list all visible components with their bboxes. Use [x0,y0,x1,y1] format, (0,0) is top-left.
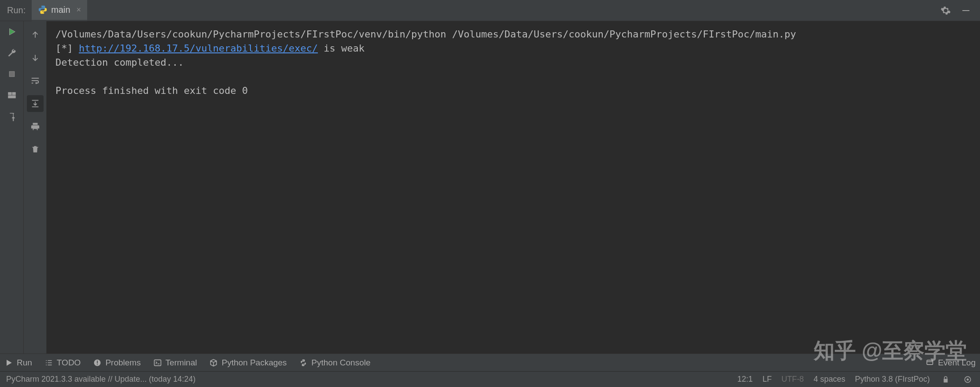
left-action-rail [0,21,24,354]
run-tab-label: main [51,5,70,15]
console-action-rail [24,21,47,354]
svg-rect-9 [927,360,933,365]
trash-icon[interactable] [27,141,44,158]
run-toolwindow-header: Run: main × [0,0,980,21]
run-label: Run: [0,5,32,15]
console-link[interactable]: http://192.168.17.5/vulnerabilities/exec… [79,43,318,54]
svg-point-11 [967,378,969,380]
minimize-icon[interactable] [960,4,972,17]
print-icon[interactable] [27,118,44,135]
tab-event-log-label: Event Log [938,358,976,368]
run-tab-main[interactable]: main × [32,0,87,21]
down-arrow-icon[interactable] [27,49,44,66]
gear-icon[interactable] [939,4,952,17]
status-interpreter[interactable]: Python 3.8 (FIrstPoc) [855,375,930,384]
inspection-profile-icon[interactable] [962,373,974,386]
tab-packages-label: Python Packages [221,358,287,368]
console-line: /Volumes/Data/Users/cookun/PycharmProjec… [55,29,796,40]
svg-rect-0 [962,10,969,11]
run-toolwindow-body: /Volumes/Data/Users/cookun/PycharmProjec… [0,21,980,354]
console-line-prefix: [*] [55,43,79,54]
rerun-icon[interactable] [6,26,18,38]
lock-icon[interactable] [939,373,952,386]
tab-problems[interactable]: Problems [93,358,140,368]
close-icon[interactable]: × [77,5,81,15]
bottom-toolwindow-bar: Run TODO Problems Terminal Python Packag… [0,354,980,371]
stop-icon[interactable] [6,68,18,80]
status-encoding[interactable]: UTF-8 [781,375,804,384]
tab-python-console[interactable]: Python Console [299,358,370,368]
tab-console-label: Python Console [311,358,370,368]
tab-todo[interactable]: TODO [44,358,81,368]
svg-rect-4 [8,96,15,98]
tab-problems-label: Problems [105,358,140,368]
python-file-icon [38,5,48,15]
tab-event-log[interactable]: Event Log [925,358,976,368]
svg-rect-7 [97,364,98,365]
tab-python-packages[interactable]: Python Packages [209,358,287,368]
up-arrow-icon[interactable] [27,26,44,43]
svg-rect-3 [12,93,15,95]
soft-wrap-icon[interactable] [27,72,44,89]
status-bar: PyCharm 2021.3.3 available // Update... … [0,371,980,387]
scroll-to-end-icon[interactable] [27,95,44,112]
console-output[interactable]: /Volumes/Data/Users/cookun/PycharmProjec… [47,21,980,354]
status-line-separator[interactable]: LF [763,375,772,384]
tab-run-label: Run [17,358,32,368]
svg-rect-1 [9,71,15,77]
tab-run[interactable]: Run [4,358,32,368]
status-update-notice[interactable]: PyCharm 2021.3.3 available // Update... … [6,375,195,384]
tab-terminal[interactable]: Terminal [153,358,197,368]
pin-icon[interactable] [6,110,18,123]
svg-rect-6 [97,361,98,364]
console-line: Detection completed... [55,57,184,68]
svg-rect-2 [8,93,11,95]
status-cursor-position[interactable]: 12:1 [737,375,753,384]
console-line-suffix: is weak [318,43,365,54]
tab-todo-label: TODO [57,358,81,368]
console-line: Process finished with exit code 0 [55,85,248,96]
status-indent[interactable]: 4 spaces [814,375,845,384]
layout-icon[interactable] [6,89,18,101]
svg-rect-8 [154,360,161,365]
wrench-icon[interactable] [6,47,18,59]
tab-terminal-label: Terminal [166,358,197,368]
